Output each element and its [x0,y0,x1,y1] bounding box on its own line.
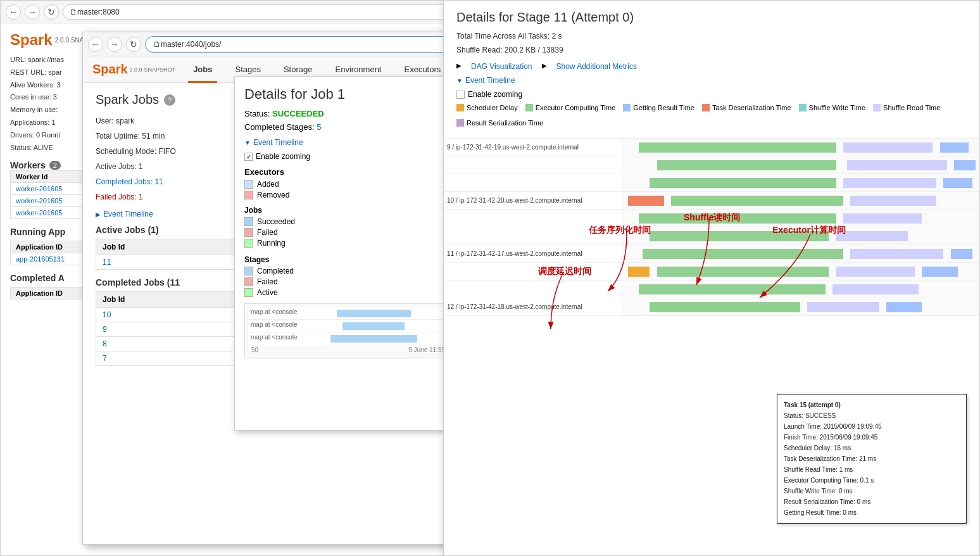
executors-added-legend: Added [244,180,452,189]
gbar-shuffle-6 [836,231,908,241]
timeline-bar-2 [324,320,448,332]
gantt-bars-7 [621,245,979,262]
timeline-item-1: map at <console [248,307,324,319]
removed-label: Removed [257,191,289,199]
shuffle-read-label: Shuffle Read Time [883,104,940,111]
cjob-id-9[interactable]: 9 [103,325,107,334]
app-link-1[interactable]: app-201605131 [16,255,65,263]
gantt-bars-10 [621,298,979,315]
job-id-11[interactable]: 11 [103,258,111,267]
tooltip-executor: Executor Computing Time: 0.1 s [784,475,960,486]
time-axis-start: 50 [251,346,258,353]
back-button[interactable]: ← [6,4,21,20]
stage-event-timeline[interactable]: ▼ Event Timeline [456,76,967,85]
legend-shuffle-write: Shuffle Write Time [799,104,865,111]
task-tooltip: Task 15 (attempt 0) Status: SUCCESS Laun… [777,394,967,524]
getting-result-label: Getting Result Time [633,104,694,111]
help-badge[interactable]: ? [164,94,175,106]
failed-jobs-link[interactable]: Failed Jobs: 1 [96,193,143,201]
gbar-executor-1 [639,142,836,153]
stages-title: Stages [244,255,452,264]
tooltip-task-deser: Task Deserialization Time: 21 ms [784,453,960,464]
spark-text: Spark [92,62,128,77]
gantt-bars-4 [621,192,979,209]
legend-getting-result: Getting Result Time [623,104,694,111]
annotation-shuffle-read: Shuffle读时间 [684,212,740,224]
zoom-checkbox[interactable] [244,153,253,161]
status-row: Status: SUCCEEDED [244,109,452,118]
worker-link-2[interactable]: worker-201605 [16,197,62,205]
gantt-bars-8 [621,263,979,280]
succeeded-box [244,217,253,226]
executors-title: Executors [244,167,452,177]
stage-failed-box [244,277,253,286]
jobs-running-legend: Running [244,239,452,248]
cjob-id-8[interactable]: 8 [103,339,107,348]
gantt-row-6 [444,227,979,245]
event-timeline-label: Event Timeline [103,210,153,218]
gbar-shuffle-10 [807,302,879,312]
gbar-shuffle-4 [850,196,936,206]
stages-completed-legend: Completed [244,267,452,275]
gantt-row-7: 11 / ip-172-31-42-17.us-west-2.compute.i… [444,245,979,263]
event-timeline-toggle-detail[interactable]: ▼ Event Timeline [244,138,452,147]
cjob-id-10[interactable]: 10 [103,310,111,319]
scheduler-color [456,104,464,111]
back-button-front[interactable]: ← [88,37,103,52]
jobs-title: Spark Jobs [96,92,159,107]
tab-jobs[interactable]: Jobs [188,56,217,83]
shuffle-write-color [799,104,807,111]
annotation-executor: Executor计算时间 [772,225,846,236]
gantt-label-12: 12 / ip-172-31-42-18.us-west-2.compute.i… [444,303,621,310]
cjob-id-7[interactable]: 7 [103,354,107,363]
worker-link-3[interactable]: worker-201605 [16,209,62,217]
stages-section: Stages Completed Failed Active [244,255,452,297]
stage-completed-box [244,267,253,275]
job-detail-panel: Details for Job 1 Status: SUCCEEDED Comp… [234,76,462,431]
enable-zoom-row: Enable zooming [244,152,452,161]
shuffle-write-label: Shuffle Write Time [809,104,865,111]
reload-button[interactable]: ↻ [44,4,59,20]
stage-zoom-checkbox[interactable] [456,91,465,99]
shuffle-read-color [873,104,881,111]
gantt-row-4: 10 / ip-172-31-42-20.us-west-2.compute.i… [444,192,979,210]
completed-stages-value: 5 [317,122,321,132]
forward-button[interactable]: → [25,4,40,20]
dag-link[interactable]: DAG Visualization [471,62,532,71]
gbar-shuffle-read-1 [843,142,933,153]
gbar-shuffle-7 [850,249,943,259]
worker-link-1[interactable]: worker-201605 [16,185,62,193]
completed-jobs-link[interactable]: Completed Jobs: 11 [96,177,163,186]
failed-box [244,228,253,237]
gantt-bars-3 [621,174,979,191]
gantt-row-1: 9 / ip-172-31-42-19.us-west-2.compute.in… [444,139,979,156]
spark-version-front: 2.0.0-SNAPSHOT [130,66,176,73]
legend-task-deserialization: Task Deserialization Time [702,104,791,111]
enable-zoom-label: Enable zooming [256,152,310,161]
metrics-link[interactable]: Show Additional Metrics [556,62,637,71]
gbar-executor-10 [650,302,800,312]
forward-button-front[interactable]: → [107,37,122,52]
stages-active-legend: Active [244,288,452,297]
tooltip-finish: Finish Time: 2015/06/09 19:09:45 [784,432,960,443]
timeline-bar-3 [324,332,448,345]
stages-active-label: Active [257,288,278,297]
tooltip-shuffle-read: Shuffle Read Time: 1 ms [784,464,960,475]
tooltip-result-ser: Result Serialization Time: 0 ms [784,496,960,507]
gantt-row-2 [444,156,979,174]
executors-section: Executors Added Removed [244,167,452,199]
stage-active-box [244,288,253,297]
jobs-failed-legend: Failed [244,228,452,237]
legend-shuffle-read: Shuffle Read Time [873,104,940,111]
removed-color-box [244,191,253,199]
status-label: Status: [244,109,270,118]
reload-button-front[interactable]: ↻ [126,37,141,52]
metrics-triangle: ▶ [542,62,547,71]
time-axis: 50 9 June 11:55 [248,345,448,355]
gantt-bars-9b [621,281,979,298]
timeline-item-3: map at <console [248,332,324,345]
gbar-result-1 [940,142,969,153]
timeline-row-2: map at <console [248,320,448,332]
status-value: SUCCEEDED [272,109,324,118]
gbar-shuffle-9b [832,284,919,294]
